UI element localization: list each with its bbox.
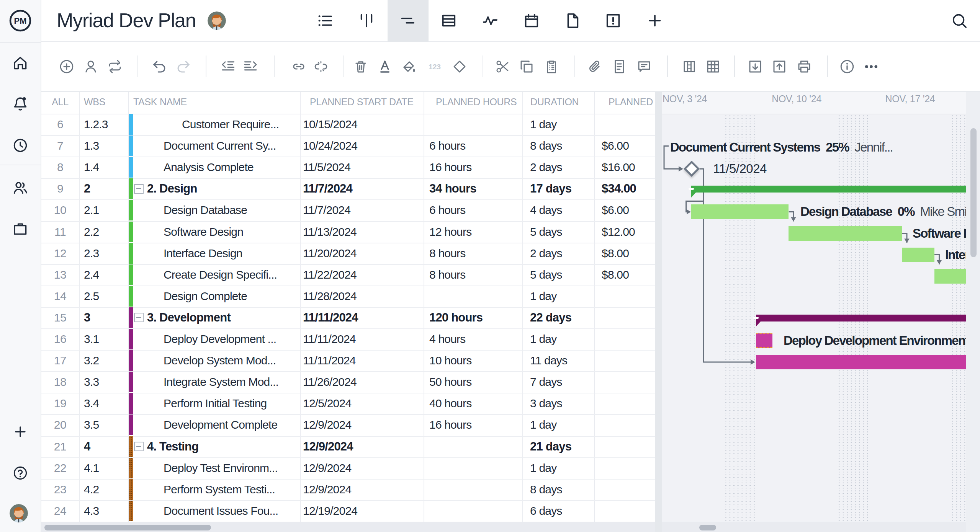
- svg-text:123: 123: [429, 63, 441, 71]
- svg-text:PM: PM: [14, 16, 27, 26]
